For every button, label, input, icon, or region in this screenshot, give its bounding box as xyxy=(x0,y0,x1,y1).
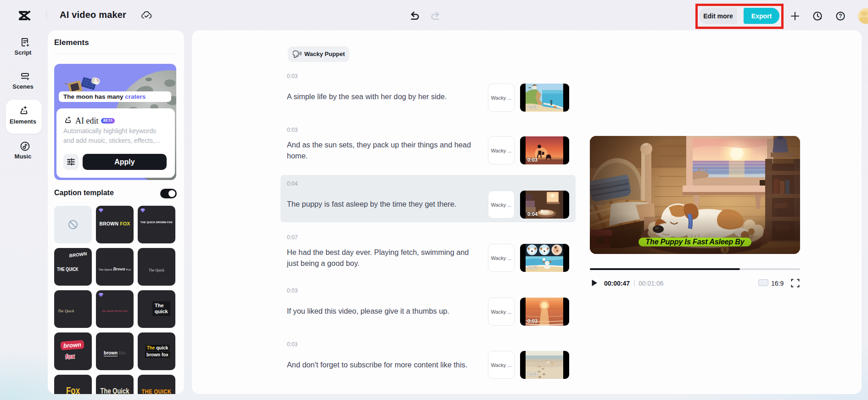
svg-text:?: ? xyxy=(839,13,842,19)
